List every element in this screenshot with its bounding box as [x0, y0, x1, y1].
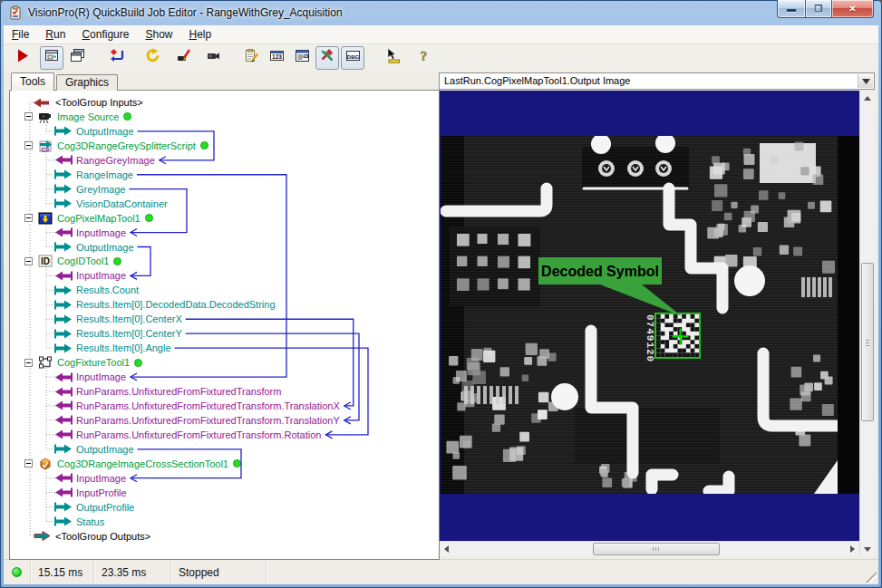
tree-item-status[interactable]: Status	[10, 515, 104, 529]
tree-item-results-count[interactable]: Results.Count	[10, 283, 139, 297]
tree-item-toolgroup-outputs[interactable]: <ToolGroup Outputs>	[10, 529, 150, 544]
numeric-123-icon: 123	[269, 48, 285, 67]
pointer-ruler-icon	[385, 48, 401, 67]
cascade-job-displays-button[interactable]	[65, 46, 89, 70]
show-tools-button[interactable]	[315, 46, 339, 70]
tree-item-runparams-unfixturedfromfixturedtransform-translationy[interactable]: RunParams.UnfixturedFromFixturedTransfor…	[10, 413, 340, 428]
close-button[interactable]: ✕	[831, 0, 874, 18]
horizontal-scroll-thumb[interactable]	[593, 543, 720, 555]
tree-item-inputimage[interactable]: InputImage	[10, 268, 126, 283]
tree-item-label: VisionDataContainer	[76, 198, 168, 209]
output-pin-arrow-icon	[53, 343, 73, 353]
tree-item-runparams-unfixturedfromfixturedtransform-rotation[interactable]: RunParams.UnfixturedFromFixturedTransfor…	[10, 428, 321, 442]
horizontal-scrollbar[interactable]	[439, 541, 859, 556]
tree-item-greyimage[interactable]: GreyImage	[10, 182, 125, 197]
input-pin-arrow-icon	[53, 415, 73, 425]
id-tool-icon: ID	[38, 254, 53, 268]
reset-job-button[interactable]	[105, 46, 129, 70]
input-pin-arrow-icon	[53, 487, 73, 497]
tree-item-label: OutputImage	[76, 242, 134, 253]
edit-job-button[interactable]	[239, 46, 263, 70]
scroll-up-icon[interactable]	[860, 91, 875, 105]
collapse-expander-icon[interactable]	[24, 112, 33, 120]
show-values-button[interactable]: 123	[265, 46, 288, 70]
tree-item-results-item-0-centerx[interactable]: Results.Item[0].CenterX	[10, 312, 182, 326]
output-pin-arrow-icon	[53, 300, 73, 310]
resize-grip[interactable]	[866, 572, 877, 583]
debug-mode-button[interactable]: DBG	[341, 46, 364, 70]
input-pin-arrow-icon	[53, 429, 73, 439]
show-job-display-button[interactable]	[40, 46, 63, 70]
menu-configure[interactable]: Configure	[73, 25, 137, 43]
tree-item-results-item-0-angle[interactable]: Results.Item[0].Angle	[10, 341, 171, 355]
svg-text:123: 123	[272, 53, 282, 60]
title-bar[interactable]: VisionPro(R) QuickBuild Job Editor - Ran…	[0, 0, 882, 25]
tree-item-inputprofile[interactable]: InputProfile	[10, 486, 127, 500]
crossed-tools-icon	[320, 48, 335, 67]
tree-item-rangeimage[interactable]: RangeImage	[10, 168, 133, 182]
vertical-scrollbar[interactable]	[859, 91, 875, 556]
tab-tools[interactable]: Tools	[11, 72, 54, 91]
menu-label: S	[145, 28, 152, 41]
tree-item-outputprofile[interactable]: OutputProfile	[10, 500, 134, 515]
tree-item-outputimage[interactable]: OutputImage	[10, 124, 134, 139]
measure-pointer-button[interactable]	[381, 46, 404, 70]
show-properties-button[interactable]	[290, 46, 314, 70]
tree-item-runparams-unfixturedfromfixturedtransform[interactable]: RunParams.UnfixturedFromFixturedTransfor…	[10, 384, 281, 399]
scroll-right-icon[interactable]	[845, 542, 859, 556]
vertical-scroll-thumb[interactable]	[861, 263, 874, 421]
tree-item-label: RunParams.UnfixturedFromFixturedTransfor…	[76, 386, 281, 397]
tree-item-visiondatacontainer[interactable]: VisionDataContainer	[10, 197, 168, 211]
tree-item-cogfixturetool1[interactable]: CogFixtureTool1	[10, 355, 142, 370]
tree-item-cog3drangegreysplitterscript[interactable]: C#Cog3DRangeGreySplitterScript	[10, 139, 208, 153]
maximize-button[interactable]: ❒	[805, 0, 831, 18]
scroll-down-icon[interactable]	[860, 542, 875, 556]
scroll-left-icon[interactable]	[439, 542, 453, 556]
input-pin-arrow-icon	[53, 473, 73, 483]
collapse-expander-icon[interactable]	[24, 141, 33, 149]
pcb-hole	[551, 383, 578, 410]
acquire-image-button[interactable]	[201, 46, 225, 70]
minimize-button[interactable]: ▬	[777, 0, 805, 18]
tree-item-runparams-unfixturedfromfixturedtransform-translationx[interactable]: RunParams.UnfixturedFromFixturedTransfor…	[10, 399, 340, 413]
output-pin-arrow-icon	[53, 516, 73, 526]
output-pin-arrow-icon	[53, 314, 73, 324]
tree-item-label: RangeImage	[76, 169, 133, 180]
tree-item-label: RunParams.UnfixturedFromFixturedTransfor…	[76, 415, 340, 426]
tree-item-label: <ToolGroup Inputs>	[55, 97, 143, 108]
menu-help[interactable]: Help	[180, 25, 219, 43]
tab-graphics[interactable]: Graphics	[56, 74, 118, 91]
tree-item-results-item-0-centery[interactable]: Results.Item[0].CenterY	[10, 326, 182, 341]
collapse-expander-icon[interactable]	[24, 359, 33, 367]
collapse-expander-icon[interactable]	[24, 459, 33, 468]
tree-item-cogpixelmaptool1[interactable]: CogPixelMapTool1	[10, 211, 153, 226]
tool-ran-indicator	[113, 257, 121, 265]
tree-item-label: InputImage	[76, 270, 126, 281]
image-selector-combobox[interactable]: LastRun.CogPixelMapTool1.Output Image	[439, 72, 875, 90]
tree-item-inputimage[interactable]: InputImage	[10, 226, 126, 240]
tree-item-cog3drangeimagecrosssectiontool1[interactable]: Cog3DRangeImageCrossSectionTool1	[10, 457, 241, 471]
input-pin-arrow-icon	[53, 400, 73, 410]
collapse-expander-icon[interactable]	[24, 257, 33, 265]
run-job-button[interactable]	[11, 46, 34, 70]
menu-show[interactable]: Show	[137, 25, 180, 43]
tree-item-inputimage[interactable]: InputImage	[10, 471, 126, 486]
tree-view[interactable]: <ToolGroup Inputs>Image SourceOutputImag…	[9, 90, 440, 560]
tree-item-results-item-0-decodeddata-decodedstring[interactable]: Results.Item[0].DecodedData.DecodedStrin…	[10, 297, 276, 312]
help-button[interactable]: ?	[412, 46, 435, 70]
tree-item-cogidtool1[interactable]: IDCogIDTool1	[10, 254, 121, 268]
menu-file[interactable]: File	[4, 25, 37, 43]
tree-item-toolgroup-inputs[interactable]: <ToolGroup Inputs>	[10, 95, 143, 110]
refresh-job-button[interactable]	[140, 46, 163, 70]
tree-item-outputimage[interactable]: OutputImage	[10, 442, 134, 457]
chevron-down-icon[interactable]	[858, 74, 873, 88]
tree-item-outputimage[interactable]: OutputImage	[10, 240, 134, 255]
tree-item-inputimage[interactable]: InputImage	[10, 370, 126, 384]
tree-item-rangegreyimage[interactable]: RangeGreyImage	[10, 153, 155, 168]
collapse-expander-icon[interactable]	[24, 214, 33, 222]
tool-ran-indicator	[233, 459, 241, 468]
menu-run[interactable]: Run	[37, 25, 73, 43]
edit-tool-button[interactable]	[172, 46, 196, 70]
tree-item-image-source[interactable]: Image Source	[10, 110, 131, 124]
tree-item-label: CogFixtureTool1	[57, 357, 130, 368]
